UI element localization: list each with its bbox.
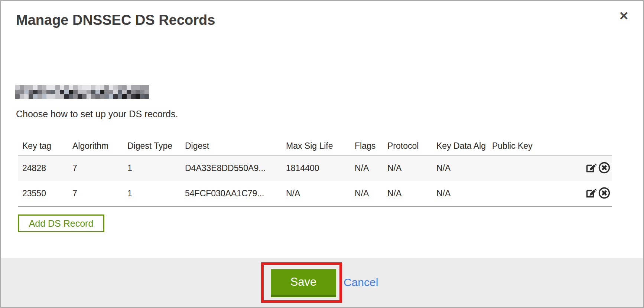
cell-protocol: N/A [383,163,432,173]
header-flags: Flags [350,141,383,151]
cancel-link[interactable]: Cancel [344,276,378,289]
cell-key-data-alg: N/A [432,189,488,199]
header-algorithm: Algorithm [68,141,123,151]
cell-digest-type: 1 [123,163,180,173]
cell-key-tag: 23550 [18,189,68,199]
edit-record-button[interactable] [585,187,597,200]
instruction-text: Choose how to set up your DS records. [16,109,178,119]
table-row: 23550 7 1 54FCF030AA1C79... N/A N/A N/A … [18,181,612,207]
delete-record-button[interactable] [598,187,611,200]
edit-icon [585,187,597,200]
edit-icon [585,162,597,175]
edit-record-button[interactable] [585,162,597,175]
header-key-data-alg: Key Data Alg [432,141,488,151]
cell-digest-type: 1 [123,189,180,199]
cell-protocol: N/A [383,189,432,199]
header-key-tag: Key tag [18,141,68,151]
cell-digest: D4A33E8DD550A9... [180,163,282,173]
cell-key-data-alg: N/A [432,163,488,173]
cell-max-sig-life: 1814400 [282,163,350,173]
delete-icon [598,161,611,175]
header-protocol: Protocol [383,141,432,151]
table-header-row: Key tag Algorithm Digest Type Digest Max… [18,137,612,155]
cell-flags: N/A [350,189,383,199]
cell-algorithm: 7 [68,189,123,199]
cell-key-tag: 24828 [18,163,68,173]
row-actions [554,162,612,175]
close-icon[interactable]: ✕ [619,10,629,22]
manage-dnssec-dialog: Manage DNSSEC DS Records ✕ Choose how to… [0,0,644,308]
cell-algorithm: 7 [68,163,123,173]
redacted-domain-name [15,85,149,99]
header-public-key: Public Key [488,141,554,151]
header-digest: Digest [180,141,282,151]
ds-records-table: Key tag Algorithm Digest Type Digest Max… [18,137,612,207]
cell-digest: 54FCF030AA1C79... [180,189,282,199]
delete-record-button[interactable] [598,162,611,175]
page-title: Manage DNSSEC DS Records [16,12,215,28]
cell-flags: N/A [350,163,383,173]
table-row: 24828 7 1 D4A33E8DD550A9... 1814400 N/A … [18,155,612,181]
cell-max-sig-life: N/A [282,189,350,199]
header-digest-type: Digest Type [123,141,180,151]
header-max-sig-life: Max Sig Life [282,141,350,151]
add-ds-record-button[interactable]: Add DS Record [18,214,104,232]
save-button[interactable]: Save [271,269,336,297]
delete-icon [598,187,611,200]
row-actions [554,187,612,200]
